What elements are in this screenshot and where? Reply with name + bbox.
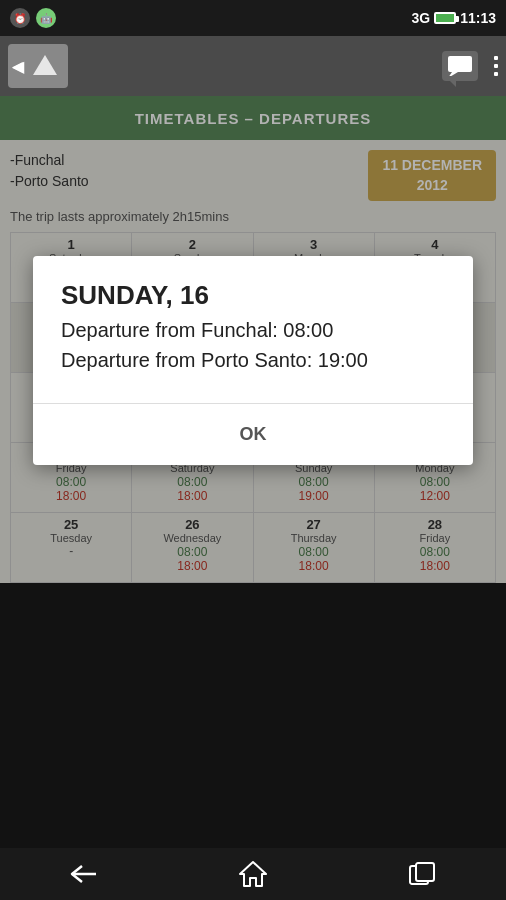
back-arrow-icon: ◀ — [12, 57, 24, 76]
network-indicator: 3G — [412, 10, 431, 26]
toolbar: ◀ — [0, 36, 506, 96]
bottom-nav — [0, 848, 506, 900]
dialog-departure-porto-santo: Departure from Porto Santo: 19:00 — [61, 345, 445, 375]
dialog-title: SUNDAY, 16 — [61, 280, 445, 311]
status-bar: ⏰ 🤖 3G 11:13 — [0, 0, 506, 36]
dialog-departure-funchal: Departure from Funchal: 08:00 — [61, 315, 445, 345]
messages-icon[interactable] — [442, 51, 478, 81]
home-nav-icon — [238, 860, 268, 888]
logo-text — [29, 51, 61, 81]
dialog-overlay: SUNDAY, 16 Departure from Funchal: 08:00… — [0, 96, 506, 848]
toolbar-actions — [442, 51, 498, 81]
svg-marker-2 — [448, 72, 458, 76]
dot2 — [494, 64, 498, 68]
home-button[interactable] — [228, 856, 278, 892]
recents-nav-icon — [408, 861, 436, 887]
dialog-ok-button[interactable]: OK — [200, 412, 307, 457]
status-left-icons: ⏰ 🤖 — [10, 8, 56, 28]
logo-button[interactable]: ◀ — [8, 44, 68, 88]
dot3 — [494, 72, 498, 76]
battery-icon — [434, 12, 456, 24]
dot1 — [494, 56, 498, 60]
svg-marker-0 — [33, 55, 57, 75]
recents-button[interactable] — [397, 856, 447, 892]
alarm-icon: ⏰ — [10, 8, 30, 28]
dialog-actions: OK — [33, 404, 473, 465]
dialog-content: SUNDAY, 16 Departure from Funchal: 08:00… — [33, 256, 473, 391]
back-nav-icon — [68, 862, 100, 886]
clock: 11:13 — [460, 10, 496, 26]
svg-marker-4 — [240, 862, 266, 886]
status-right-icons: 3G 11:13 — [412, 10, 497, 26]
svg-rect-6 — [416, 863, 434, 881]
dialog-box: SUNDAY, 16 Departure from Funchal: 08:00… — [33, 256, 473, 465]
overflow-menu-icon[interactable] — [494, 56, 498, 76]
svg-rect-1 — [448, 56, 472, 72]
back-button[interactable] — [59, 856, 109, 892]
android-icon: 🤖 — [36, 8, 56, 28]
